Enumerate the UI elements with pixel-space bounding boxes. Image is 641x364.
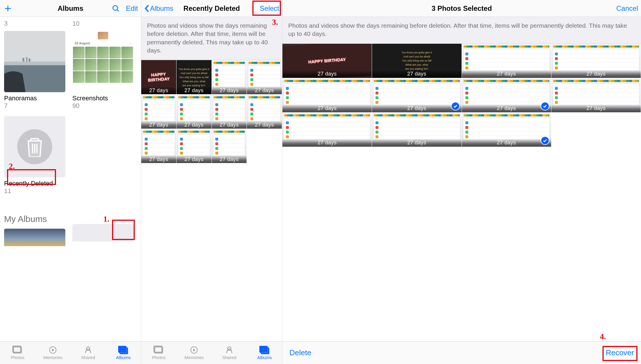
deleted-item[interactable]: HAPPY BIRTHDAY27 days bbox=[282, 44, 372, 78]
deleted-item[interactable]: HAPPY BIRTHDAY27 days bbox=[141, 60, 177, 94]
tab-memories[interactable]: Memories bbox=[35, 342, 71, 364]
deleted-item[interactable]: 27 days bbox=[372, 113, 462, 147]
days-remaining-label: 27 days bbox=[551, 70, 641, 78]
select-button[interactable]: Select bbox=[260, 4, 279, 13]
days-remaining-label: 27 days bbox=[247, 87, 282, 94]
panel-selected: 3 Photos Selected Cancel Photos and vide… bbox=[282, 0, 641, 364]
selected-check-icon bbox=[541, 102, 549, 111]
deleted-item[interactable]: 27 days bbox=[551, 44, 641, 78]
recover-button[interactable]: Recover bbox=[606, 348, 634, 357]
album-name-recently-deleted: Recently Deleted bbox=[4, 180, 65, 187]
albums-body: 3 10 bbox=[0, 17, 141, 341]
deleted-item[interactable]: 27 days bbox=[212, 94, 247, 129]
navbar-albums: Albums Edit bbox=[0, 0, 141, 17]
deleted-item[interactable]: 27 days bbox=[282, 78, 372, 113]
tabbar: Photos Memories Shared Albums bbox=[0, 341, 141, 364]
tab-albums-label: Albums bbox=[257, 355, 272, 360]
deleted-item[interactable]: You know you gotta give itAnd can't you … bbox=[372, 44, 462, 78]
panel-albums: Albums Edit 3 10 bbox=[0, 0, 141, 364]
deleted-item[interactable]: 27 days bbox=[177, 129, 212, 163]
delete-button[interactable]: Delete bbox=[289, 348, 311, 357]
prev-row-counts: 3 10 bbox=[4, 20, 137, 27]
selected-check-icon bbox=[451, 102, 460, 111]
tab-albums[interactable]: Albums bbox=[106, 342, 141, 364]
deleted-item[interactable]: 27 days bbox=[141, 129, 177, 163]
deleted-item[interactable]: 27 days bbox=[141, 94, 177, 129]
albums-icon bbox=[259, 346, 270, 354]
my-albums-tile[interactable] bbox=[4, 229, 65, 246]
tab-memories-b[interactable]: Memories bbox=[177, 342, 212, 364]
deleted-item[interactable]: 27 days bbox=[551, 78, 641, 113]
toolbar-selected: Delete Recover bbox=[282, 341, 641, 364]
svg-rect-4 bbox=[22, 58, 24, 62]
svg-point-0 bbox=[113, 6, 118, 10]
days-remaining-label: 27 days bbox=[462, 139, 551, 147]
deleted-item[interactable]: 27 days bbox=[462, 113, 551, 147]
days-remaining-label: 27 days bbox=[177, 121, 212, 129]
svg-rect-6 bbox=[29, 59, 30, 62]
deleted-item[interactable]: 27 days bbox=[372, 78, 462, 113]
days-remaining-label: 27 days bbox=[372, 70, 461, 78]
album-tile-panoramas[interactable]: Panoramas 7 bbox=[4, 31, 65, 110]
album-tile-screenshots[interactable]: 23 August › Screenshots 90 bbox=[72, 31, 134, 110]
callout-four: 4. bbox=[600, 332, 606, 341]
deleted-item[interactable]: 27 days bbox=[212, 60, 247, 94]
days-remaining-label: 27 days bbox=[551, 105, 641, 112]
days-remaining-label: 27 days bbox=[141, 155, 176, 163]
tab-albums-label: Albums bbox=[116, 355, 131, 360]
tab-shared-b[interactable]: Shared bbox=[212, 342, 247, 364]
tab-albums-b[interactable]: Albums bbox=[247, 342, 282, 364]
shared-icon bbox=[224, 346, 235, 354]
days-remaining-label: 27 days bbox=[282, 105, 372, 112]
album-count-recently-deleted: 11 bbox=[4, 187, 65, 195]
navbar-recently-deleted: Albums Recently Deleted Select bbox=[141, 0, 282, 17]
nav-title-selected: 3 Photos Selected bbox=[282, 4, 641, 13]
photos-icon bbox=[153, 346, 164, 354]
svg-rect-12 bbox=[118, 346, 126, 352]
album-name-panoramas: Panoramas bbox=[4, 94, 65, 102]
tab-memories-label: Memories bbox=[184, 355, 204, 360]
days-remaining-label: 27 days bbox=[462, 70, 551, 78]
tab-photos-label: Photos bbox=[152, 355, 166, 360]
album-tile-recently-deleted[interactable]: Recently Deleted 11 bbox=[4, 116, 65, 195]
info-banner-c: Photos and videos show the days remainin… bbox=[282, 17, 641, 44]
deleted-item[interactable]: 27 days bbox=[247, 94, 282, 129]
my-albums-tile-2[interactable] bbox=[72, 224, 134, 242]
days-remaining-label: 27 days bbox=[282, 139, 372, 147]
search-icon[interactable] bbox=[111, 4, 121, 13]
add-button[interactable] bbox=[3, 4, 13, 13]
count-right: 10 bbox=[72, 20, 79, 27]
tab-photos-label: Photos bbox=[11, 355, 25, 360]
days-remaining-label: 27 days bbox=[141, 87, 176, 94]
days-remaining-label: 27 days bbox=[462, 105, 551, 112]
days-remaining-label: 27 days bbox=[372, 139, 461, 147]
info-banner: Photos and videos show the days remainin… bbox=[141, 17, 282, 60]
tab-shared[interactable]: Shared bbox=[71, 342, 106, 364]
album-name-screenshots: Screenshots bbox=[72, 94, 134, 102]
tab-photos[interactable]: Photos bbox=[0, 342, 35, 364]
svg-rect-18 bbox=[259, 346, 267, 352]
panel-recently-deleted: Albums Recently Deleted Select Photos an… bbox=[141, 0, 282, 364]
trash-icon bbox=[17, 129, 52, 164]
deleted-item[interactable]: 27 days bbox=[462, 78, 551, 113]
back-label: Albums bbox=[150, 4, 173, 13]
deleted-grid: HAPPY BIRTHDAY27 daysYou know you gotta … bbox=[141, 60, 282, 341]
navbar-selected: 3 Photos Selected Cancel bbox=[282, 0, 641, 17]
days-remaining-label: 27 days bbox=[177, 87, 212, 94]
deleted-item[interactable]: 27 days bbox=[282, 113, 372, 147]
deleted-item[interactable]: 27 days bbox=[212, 129, 247, 163]
deleted-item[interactable]: 27 days bbox=[462, 44, 551, 78]
deleted-cell-empty bbox=[551, 113, 641, 147]
svg-rect-1 bbox=[4, 31, 65, 65]
deleted-item[interactable]: You know you gotta give itAnd can't you … bbox=[177, 60, 212, 94]
shared-icon bbox=[83, 346, 93, 354]
edit-button[interactable]: Edit bbox=[126, 4, 138, 13]
cancel-button[interactable]: Cancel bbox=[616, 4, 638, 13]
tab-photos-b[interactable]: Photos bbox=[141, 342, 177, 364]
deleted-item[interactable]: 27 days bbox=[177, 94, 212, 129]
deleted-item[interactable]: 27 days bbox=[247, 60, 282, 94]
days-remaining-label: 27 days bbox=[372, 105, 461, 112]
tab-shared-label: Shared bbox=[81, 355, 95, 360]
back-button[interactable]: Albums bbox=[144, 4, 173, 13]
deleted-grid-selected: HAPPY BIRTHDAY27 daysYou know you gotta … bbox=[282, 44, 641, 341]
